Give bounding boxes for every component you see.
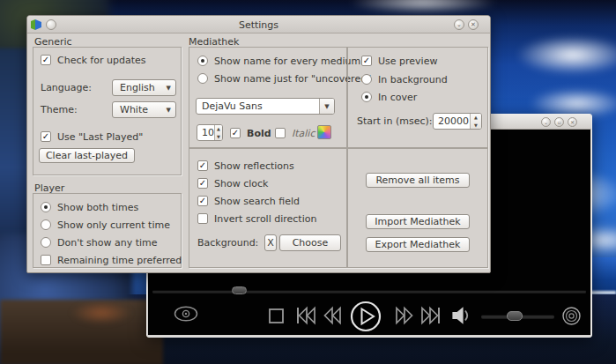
remaining-time-preferred-option[interactable]: Remaining time preferred (41, 254, 182, 266)
play-button[interactable] (350, 301, 382, 332)
volume-button[interactable] (451, 306, 471, 325)
skip-back-icon (295, 306, 316, 325)
check-for-updates-option[interactable]: ✓ Check for updates (41, 54, 145, 66)
spin-up-icon[interactable]: ▲ (215, 125, 222, 133)
radio-button[interactable] (41, 202, 51, 212)
app-logo-button[interactable] (174, 306, 198, 322)
button-label: Export Mediathek (375, 239, 461, 250)
spin-up-icon[interactable]: ▲ (471, 114, 481, 122)
show-reflections-option[interactable]: ✓ Show reflections (197, 160, 294, 172)
stop-button[interactable] (268, 308, 285, 324)
volume-slider-handle[interactable] (507, 311, 523, 321)
background-choose-button[interactable]: Choose (279, 234, 341, 251)
checkbox[interactable]: ✓ (230, 128, 241, 138)
dialog-close-button[interactable]: ✕ (468, 19, 479, 30)
font-color-swatch-button[interactable] (317, 125, 331, 139)
radio-button[interactable] (361, 74, 372, 85)
option-label: Don't show any time (57, 237, 158, 249)
option-label: Show search field (214, 196, 300, 207)
spin-down-icon[interactable]: ▼ (471, 122, 481, 130)
spinner-arrows[interactable]: ▲ ▼ (470, 114, 481, 129)
start-in-spinner[interactable]: 20000 ▲ ▼ (433, 113, 482, 130)
player-close-button[interactable]: ✕ (568, 117, 577, 127)
spinner-arrows[interactable]: ▲ ▼ (214, 125, 222, 140)
desktop: ⌄ ▫ ✕ (0, 0, 616, 364)
close-icon: ✕ (570, 119, 575, 125)
show-only-current-time-option[interactable]: Show only current time (41, 219, 170, 231)
shade-icon: ⌄ (456, 21, 462, 28)
checkbox[interactable]: ✓ (41, 131, 51, 142)
checkbox[interactable]: ✓ (41, 55, 51, 65)
show-search-field-option[interactable]: ✓ Show search field (197, 195, 300, 207)
option-label: In background (378, 74, 448, 85)
option-label: Use preview (378, 56, 437, 67)
start-in-label: Start in (msec): (357, 113, 432, 130)
button-label: Clear last-played (46, 150, 128, 161)
in-cover-option[interactable]: In cover (361, 91, 417, 103)
show-clock-option[interactable]: ✓ Show clock (197, 177, 268, 189)
font-size-spinner[interactable]: 10 ▲ ▼ (197, 124, 223, 141)
checkbox[interactable]: ✓ (197, 160, 208, 171)
chevron-down-icon: ▼ (167, 85, 171, 92)
player-maximize-button[interactable]: ▫ (554, 117, 564, 127)
option-label: Invert scroll direction (214, 213, 316, 225)
speaker-logo-icon (562, 307, 581, 325)
show-name-uncovered-option[interactable]: Show name just for "uncovered" (197, 72, 371, 85)
fast-forward-button[interactable] (394, 306, 415, 325)
use-last-played-option[interactable]: ✓ Use "Last Played" (41, 130, 143, 143)
option-label: In cover (378, 92, 417, 103)
radio-button[interactable] (197, 56, 208, 66)
language-dropdown[interactable]: English ▼ (112, 79, 176, 96)
export-mediathek-button[interactable]: Export Mediathek (366, 237, 470, 252)
dialog-shade-button[interactable]: ⌄ (454, 19, 464, 30)
next-button[interactable] (420, 306, 442, 325)
radio-button[interactable] (197, 73, 208, 84)
option-label: Show name for every medium (214, 56, 360, 67)
player-shade-button[interactable]: ⌄ (541, 117, 551, 127)
checkbox[interactable]: ✓ (197, 178, 208, 189)
check-icon: ✓ (199, 160, 206, 170)
combo-arrow-button[interactable]: ▼ (319, 99, 334, 114)
radio-button[interactable] (41, 219, 51, 230)
settings-titlebar[interactable]: Settings ⌄ ✕ (27, 16, 490, 33)
background-clear-button[interactable]: X (264, 234, 277, 251)
button-label: Remove all items (375, 175, 459, 186)
volume-icon (451, 306, 471, 325)
radio-button[interactable] (41, 237, 51, 248)
remove-all-items-button[interactable]: Remove all items (366, 173, 470, 188)
checkbox[interactable]: ✓ (361, 56, 372, 66)
check-icon: ✓ (363, 56, 370, 65)
show-both-times-option[interactable]: Show both times (41, 201, 138, 213)
use-preview-option[interactable]: ✓ Use preview (361, 55, 437, 67)
radio-button[interactable] (361, 92, 372, 102)
seek-slider[interactable] (152, 290, 586, 293)
checkbox[interactable]: ✓ (197, 196, 208, 206)
check-icon: ✓ (42, 55, 49, 64)
button-label: Import Mediathek (375, 216, 460, 227)
dont-show-any-time-option[interactable]: Don't show any time (41, 236, 158, 249)
checkbox[interactable] (41, 255, 51, 265)
italic-option[interactable]: Italic (275, 127, 315, 139)
checkbox[interactable] (197, 213, 208, 224)
previous-button[interactable] (295, 306, 316, 325)
import-mediathek-button[interactable]: Import Mediathek (366, 214, 470, 229)
stop-icon (268, 308, 285, 324)
option-label: Remaining time preferred (57, 255, 182, 266)
checkbox[interactable] (275, 128, 286, 138)
option-label: Check for updates (57, 55, 145, 66)
clear-last-played-button[interactable]: Clear last-played (39, 148, 135, 163)
in-background-option[interactable]: In background (361, 73, 448, 85)
rewind-button[interactable] (322, 306, 343, 325)
font-family-combo[interactable]: DejaVu Sans ▼ (196, 98, 335, 115)
theme-dropdown[interactable]: White ▼ (112, 101, 176, 118)
show-name-every-medium-option[interactable]: Show name for every medium (197, 55, 360, 67)
seek-slider-handle[interactable] (232, 286, 247, 294)
speaker-logo-button[interactable] (562, 307, 581, 325)
bold-option[interactable]: ✓ Bold (230, 127, 271, 139)
invert-scroll-direction-option[interactable]: Invert scroll direction (197, 212, 316, 225)
chevron-down-icon: ▼ (167, 107, 171, 114)
background-label: Background: (197, 234, 258, 251)
spin-down-icon[interactable]: ▼ (215, 133, 222, 141)
check-icon: ✓ (199, 196, 206, 205)
language-label: Language: (41, 79, 92, 96)
